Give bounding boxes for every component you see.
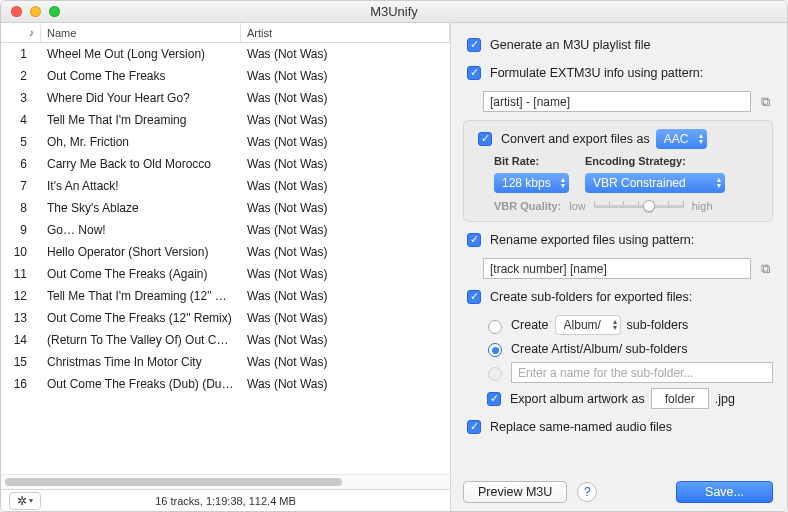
track-artist: Was (Not Was) bbox=[241, 201, 450, 215]
replace-files-label: Replace same-named audio files bbox=[490, 420, 672, 434]
subfolder-album-select[interactable]: Album/ bbox=[555, 315, 621, 335]
convert-export-checkbox[interactable] bbox=[478, 132, 492, 146]
zoom-icon[interactable] bbox=[49, 6, 60, 17]
vbr-quality-label: VBR Quality: bbox=[494, 200, 561, 212]
bitrate-label: Bit Rate: bbox=[494, 155, 569, 167]
rename-pattern-input[interactable] bbox=[483, 258, 751, 279]
subfolder-custom-input bbox=[511, 362, 773, 383]
table-row[interactable]: 8The Sky's AblazeWas (Not Was) bbox=[1, 197, 450, 219]
table-row[interactable]: 14(Return To The Valley Of) Out Co…Was (… bbox=[1, 329, 450, 351]
track-name: Where Did Your Heart Go? bbox=[41, 91, 241, 105]
track-name: The Sky's Ablaze bbox=[41, 201, 241, 215]
table-row[interactable]: 12Tell Me That I'm Dreaming (12" Remix)W… bbox=[1, 285, 450, 307]
copy-icon[interactable]: ⧉ bbox=[757, 94, 773, 110]
track-artist: Was (Not Was) bbox=[241, 113, 450, 127]
table-header: ♪ Name Artist bbox=[1, 23, 450, 43]
table-row[interactable]: 9Go… Now!Was (Not Was) bbox=[1, 219, 450, 241]
table-row[interactable]: 4Tell Me That I'm DreamingWas (Not Was) bbox=[1, 109, 450, 131]
vbr-quality-slider[interactable] bbox=[594, 199, 684, 213]
track-name: Out Come The Freaks (Again) bbox=[41, 267, 241, 281]
generate-m3u-checkbox[interactable] bbox=[467, 38, 481, 52]
track-artist: Was (Not Was) bbox=[241, 245, 450, 259]
vbr-low-label: low bbox=[569, 200, 586, 212]
slider-thumb[interactable] bbox=[643, 200, 655, 212]
col-artist-header[interactable]: Artist bbox=[241, 23, 450, 42]
horizontal-scrollbar[interactable] bbox=[1, 474, 450, 489]
track-number: 4 bbox=[1, 113, 41, 127]
window-title: M3Unify bbox=[1, 4, 787, 19]
table-row[interactable]: 1Wheel Me Out (Long Version)Was (Not Was… bbox=[1, 43, 450, 65]
table-row[interactable]: 13Out Come The Freaks (12" Remix)Was (No… bbox=[1, 307, 450, 329]
chevron-down-icon: ▾ bbox=[29, 496, 33, 505]
track-artist: Was (Not Was) bbox=[241, 223, 450, 237]
track-artist: Was (Not Was) bbox=[241, 135, 450, 149]
export-format-select[interactable]: AAC bbox=[656, 129, 707, 149]
track-artist: Was (Not Was) bbox=[241, 333, 450, 347]
replace-files-checkbox[interactable] bbox=[467, 420, 481, 434]
table-row[interactable]: 5Oh, Mr. FrictionWas (Not Was) bbox=[1, 131, 450, 153]
track-number: 6 bbox=[1, 157, 41, 171]
track-artist: Was (Not Was) bbox=[241, 91, 450, 105]
encoding-strategy-select[interactable]: VBR Constrained bbox=[585, 173, 725, 193]
convert-group: Convert and export files as AAC ▴▾ Bit R… bbox=[463, 120, 773, 222]
col-num-header[interactable]: ♪ bbox=[29, 27, 34, 38]
create-subfolders-checkbox[interactable] bbox=[467, 290, 481, 304]
table-row[interactable]: 10Hello Operator (Short Version)Was (Not… bbox=[1, 241, 450, 263]
table-row[interactable]: 3Where Did Your Heart Go?Was (Not Was) bbox=[1, 87, 450, 109]
track-name: Carry Me Back to Old Morocco bbox=[41, 157, 241, 171]
subfolder-create-radio[interactable] bbox=[488, 320, 502, 334]
table-row[interactable]: 2Out Come The FreaksWas (Not Was) bbox=[1, 65, 450, 87]
track-number: 1 bbox=[1, 47, 41, 61]
track-number: 9 bbox=[1, 223, 41, 237]
status-text: 16 tracks, 1:19:38, 112.4 MB bbox=[155, 495, 296, 507]
track-number: 5 bbox=[1, 135, 41, 149]
track-number: 16 bbox=[1, 377, 41, 391]
create-subfolders-label: Create sub-folders for exported files: bbox=[490, 290, 692, 304]
close-icon[interactable] bbox=[11, 6, 22, 17]
rename-files-checkbox[interactable] bbox=[467, 233, 481, 247]
bitrate-select[interactable]: 128 kbps bbox=[494, 173, 569, 193]
save-button[interactable]: Save... bbox=[676, 481, 773, 503]
table-row[interactable]: 16Out Come The Freaks (Dub) (Dub…Was (No… bbox=[1, 373, 450, 395]
track-name: Hello Operator (Short Version) bbox=[41, 245, 241, 259]
help-button[interactable]: ? bbox=[577, 482, 597, 502]
encoding-strategy-label: Encoding Strategy: bbox=[585, 155, 725, 167]
track-number: 7 bbox=[1, 179, 41, 193]
extm3u-pattern-input[interactable] bbox=[483, 91, 751, 112]
options-panel: Generate an M3U playlist file Formulate … bbox=[451, 23, 787, 511]
track-artist: Was (Not Was) bbox=[241, 69, 450, 83]
artwork-filename-input[interactable] bbox=[651, 388, 709, 409]
track-artist: Was (Not Was) bbox=[241, 355, 450, 369]
gear-menu-button[interactable]: ✲ ▾ bbox=[9, 492, 41, 510]
track-list[interactable]: 1Wheel Me Out (Long Version)Was (Not Was… bbox=[1, 43, 450, 474]
track-artist: Was (Not Was) bbox=[241, 289, 450, 303]
track-number: 3 bbox=[1, 91, 41, 105]
table-row[interactable]: 7It's An Attack!Was (Not Was) bbox=[1, 175, 450, 197]
track-number: 2 bbox=[1, 69, 41, 83]
table-row[interactable]: 6Carry Me Back to Old MoroccoWas (Not Wa… bbox=[1, 153, 450, 175]
preview-m3u-button[interactable]: Preview M3U bbox=[463, 481, 567, 503]
subfolder-artist-album-radio[interactable] bbox=[488, 343, 502, 357]
track-name: Oh, Mr. Friction bbox=[41, 135, 241, 149]
track-number: 12 bbox=[1, 289, 41, 303]
table-row[interactable]: 15Christmas Time In Motor CityWas (Not W… bbox=[1, 351, 450, 373]
export-artwork-checkbox[interactable] bbox=[487, 392, 501, 406]
table-row[interactable]: 11Out Come The Freaks (Again)Was (Not Wa… bbox=[1, 263, 450, 285]
minimize-icon[interactable] bbox=[30, 6, 41, 17]
track-number: 8 bbox=[1, 201, 41, 215]
copy-icon[interactable]: ⧉ bbox=[757, 261, 773, 277]
track-name: Christmas Time In Motor City bbox=[41, 355, 241, 369]
formulate-extm3u-checkbox[interactable] bbox=[467, 66, 481, 80]
track-artist: Was (Not Was) bbox=[241, 267, 450, 281]
track-name: Tell Me That I'm Dreaming (12" Remix) bbox=[41, 289, 241, 303]
scrollbar-thumb[interactable] bbox=[5, 478, 342, 486]
track-name: (Return To The Valley Of) Out Co… bbox=[41, 333, 241, 347]
formulate-extm3u-label: Formulate EXTM3U info using pattern: bbox=[490, 66, 703, 80]
track-artist: Was (Not Was) bbox=[241, 377, 450, 391]
status-bar: ✲ ▾ 16 tracks, 1:19:38, 112.4 MB bbox=[1, 489, 450, 511]
subfolder-artist-album-label: Create Artist/Album/ sub-folders bbox=[511, 342, 687, 356]
generate-m3u-label: Generate an M3U playlist file bbox=[490, 38, 651, 52]
track-number: 15 bbox=[1, 355, 41, 369]
col-name-header[interactable]: Name bbox=[41, 23, 241, 42]
track-name: It's An Attack! bbox=[41, 179, 241, 193]
